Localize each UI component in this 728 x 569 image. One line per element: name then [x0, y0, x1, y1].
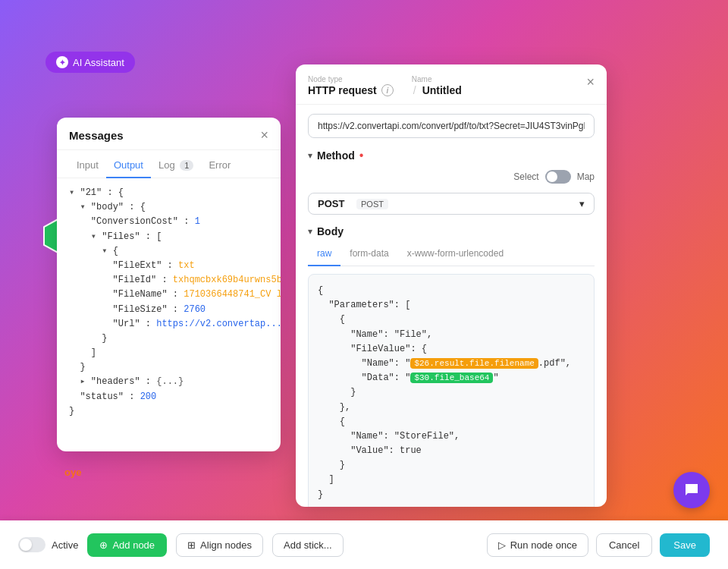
body-tab-urlencoded[interactable]: x-www-form-urlencoded — [398, 245, 513, 266]
http-panel-meta: Node type HTTP request i Name / Untitled — [308, 75, 462, 96]
info-icon[interactable]: i — [381, 84, 394, 96]
name-label: Name — [412, 75, 462, 83]
messages-panel: Messages × Input Output Log 1 Error ▾ "2… — [57, 118, 281, 451]
json-line-14: ▸ "headers" : {...} — [69, 375, 268, 389]
messages-close-button[interactable]: × — [260, 128, 268, 142]
ai-icon: ✦ — [56, 56, 68, 68]
name-value: / Untitled — [412, 84, 462, 96]
json-line-13: } — [69, 360, 268, 375]
filedata-highlight: $30.file_base64 — [410, 373, 493, 383]
tab-output[interactable]: Output — [106, 156, 151, 178]
json-line-6: "FileExt" : txt — [69, 259, 268, 273]
tab-input[interactable]: Input — [69, 156, 106, 178]
filename-highlight: $26.result.file.filename — [410, 358, 538, 369]
chat-bubble-button[interactable] — [673, 472, 710, 508]
messages-tabs: Input Output Log 1 Error — [57, 150, 281, 178]
align-icon: ⊞ — [187, 539, 196, 551]
body-section: ▾ Body raw form-data x-www-form-urlencod… — [308, 225, 595, 507]
ai-assistant-button[interactable]: ✦ AI Assistant — [46, 52, 135, 73]
chat-icon — [682, 481, 701, 499]
json-line-5: ▾ { — [69, 244, 268, 259]
http-panel-header: Node type HTTP request i Name / Untitled… — [296, 64, 607, 105]
json-line-8: "FileName" : 1710366448741_CV lat... — [69, 288, 268, 302]
method-section-header: ▾ Method • — [308, 149, 595, 162]
json-line-1: ▾ "21" : { — [69, 186, 268, 200]
method-chevron-icon[interactable]: ▾ — [308, 150, 312, 161]
body-section-header: ▾ Body — [308, 225, 595, 237]
http-panel-body: ▾ Method • Select Map POST POST ▾ ▾ Body — [296, 105, 607, 507]
body-chevron-icon[interactable]: ▾ — [308, 226, 312, 237]
json-line-16: } — [69, 404, 268, 419]
ai-assistant-label: AI Assistant — [73, 57, 124, 68]
toolbar-right: ▷ Run node once Cancel Save — [487, 533, 710, 557]
run-node-button[interactable]: ▷ Run node once — [487, 533, 588, 557]
bottom-toolbar: Active ⊕ Add node ⊞ Align nodes Add stic… — [0, 520, 728, 569]
code-editor[interactable]: { "Parameters": [ { "Name": "File", "Fil… — [308, 274, 595, 507]
cancel-button[interactable]: Cancel — [596, 533, 652, 557]
url-input[interactable] — [308, 114, 595, 138]
run-icon: ▷ — [498, 539, 506, 551]
top-toolbar: ✦ AI Assistant — [46, 52, 135, 73]
messages-title: Messages — [69, 129, 124, 142]
required-indicator: • — [359, 149, 364, 162]
body-tab-raw[interactable]: raw — [308, 245, 340, 266]
json-line-7: "FileId" : txhqmcbxk69b4urwns5b... — [69, 273, 268, 288]
json-line-4: ▾ "Files" : [ — [69, 230, 268, 244]
json-line-9: "FileSize" : 2760 — [69, 303, 268, 317]
plus-icon: ⊕ — [99, 539, 108, 551]
name-group: Name / Untitled — [412, 75, 462, 96]
json-line-2: ▾ "body" : { — [69, 200, 268, 215]
toolbar-left: Active ⊕ Add node ⊞ Align nodes Add stic… — [18, 533, 344, 557]
json-line-12: ] — [69, 346, 268, 360]
node-type-value: HTTP request i — [308, 84, 394, 96]
body-section-label: Body — [317, 225, 344, 237]
messages-body: ▾ "21" : { ▾ "body" : { "ConversionCost"… — [57, 178, 281, 451]
http-panel-close-button[interactable]: × — [586, 75, 595, 89]
tab-error[interactable]: Error — [201, 156, 238, 178]
node-type-label: Node type — [308, 75, 394, 83]
add-node-button[interactable]: ⊕ Add node — [87, 533, 167, 557]
json-line-10: "Url" : https://v2.convertap... — [69, 317, 268, 332]
dropdown-chevron-icon: ▾ — [579, 198, 585, 209]
active-toggle-switch[interactable] — [18, 537, 46, 552]
tab-log[interactable]: Log 1 — [151, 156, 201, 178]
active-toggle-group: Active — [18, 537, 78, 552]
http-panel: Node type HTTP request i Name / Untitled… — [296, 64, 607, 507]
json-line-11: } — [69, 332, 268, 346]
json-line-15: "status" : 200 — [69, 390, 268, 404]
messages-header: Messages × — [57, 118, 281, 150]
method-section-label: Method — [317, 149, 355, 162]
body-tab-form-data[interactable]: form-data — [340, 245, 397, 266]
node-type-group: Node type HTTP request i — [308, 75, 394, 96]
select-label: Select — [513, 171, 538, 182]
active-label: Active — [52, 539, 78, 551]
align-nodes-button[interactable]: ⊞ Align nodes — [176, 533, 263, 557]
select-map-toggle[interactable] — [545, 170, 571, 184]
map-label: Map — [577, 171, 595, 182]
toggle-row: Select Map — [308, 170, 595, 184]
oye-label: oye — [64, 467, 81, 478]
method-select-dropdown[interactable]: POST POST ▾ — [308, 193, 595, 215]
body-tabs: raw form-data x-www-form-urlencoded — [308, 245, 595, 266]
save-button[interactable]: Save — [660, 533, 710, 557]
log-badge: 1 — [180, 160, 193, 171]
json-line-3: "ConversionCost" : 1 — [69, 215, 268, 229]
add-sticky-button[interactable]: Add stick... — [272, 533, 344, 557]
